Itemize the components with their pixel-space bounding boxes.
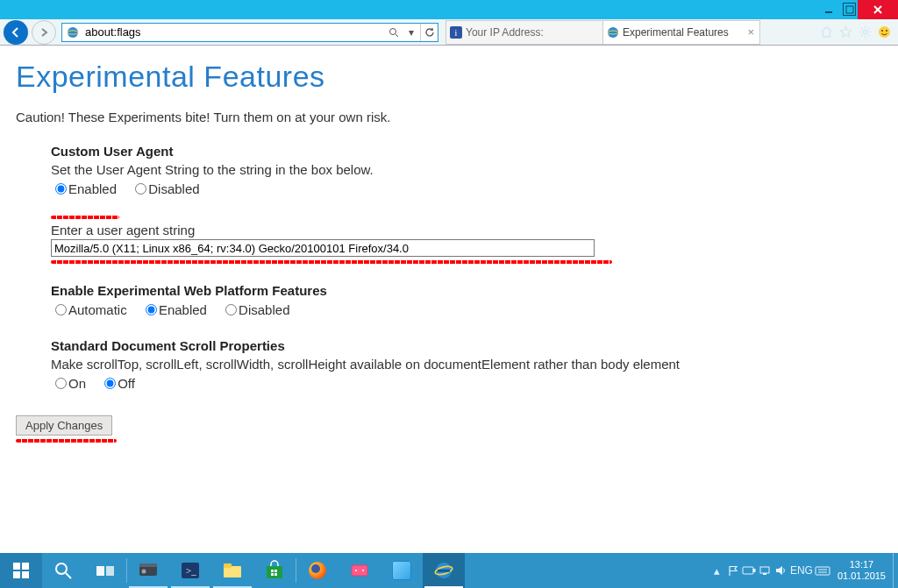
close-button[interactable] (858, 0, 898, 19)
page-heading: Experimental Features (16, 60, 882, 94)
taskbar-item-server-manager[interactable] (127, 553, 169, 588)
ua-prompt: Enter a user agent string (51, 223, 882, 237)
annotation-underline (51, 260, 612, 264)
scroll-off-radio[interactable] (104, 378, 116, 389)
tray-keyboard-icon[interactable] (815, 553, 830, 588)
search-split-icon[interactable] (385, 24, 403, 41)
close-tab-icon[interactable]: × (747, 25, 754, 39)
tab-experimental-features[interactable]: Experimental Features × (602, 20, 760, 45)
maximize-button[interactable] (843, 3, 856, 16)
tray-flag-icon[interactable] (725, 553, 741, 588)
tray-overflow-chevron-icon[interactable]: ▴ (709, 553, 725, 588)
svg-rect-18 (22, 563, 29, 570)
svg-point-15 (881, 30, 883, 32)
ua-disabled-option[interactable]: Disabled (131, 181, 199, 196)
wp-enabled-option[interactable]: Enabled (141, 302, 210, 317)
nav-back-button[interactable] (4, 20, 28, 45)
tray-volume-icon[interactable] (773, 553, 788, 588)
show-desktop-button[interactable] (893, 553, 898, 588)
svg-point-14 (879, 26, 890, 38)
svg-rect-46 (760, 567, 769, 573)
svg-rect-43 (438, 570, 450, 572)
refresh-icon[interactable] (420, 24, 438, 41)
info-icon: i (450, 26, 462, 39)
address-bar[interactable]: ▾ (61, 23, 438, 42)
start-button[interactable] (0, 553, 42, 588)
svg-rect-36 (274, 573, 277, 576)
ie-e-icon (607, 26, 619, 39)
tab-strip: i Your IP Address: Experimental Features… (445, 20, 812, 45)
svg-point-6 (390, 28, 396, 34)
section-desc: Set the User Agent String to the string … (51, 162, 882, 177)
taskbar-item-internet-explorer[interactable] (423, 553, 465, 588)
svg-rect-20 (22, 571, 29, 578)
wp-auto-option[interactable]: Automatic (51, 302, 131, 317)
svg-rect-47 (763, 573, 766, 575)
svg-rect-33 (271, 570, 274, 572)
svg-point-10 (608, 27, 618, 38)
wp-disabled-radio[interactable] (225, 304, 237, 315)
svg-point-40 (362, 570, 364, 571)
taskbar-item-explorer[interactable] (211, 553, 253, 588)
taskbar: >_ ▴ ENG (0, 553, 898, 588)
tab-ip-address[interactable]: i Your IP Address: (445, 20, 603, 45)
tray-network-icon[interactable] (757, 553, 773, 588)
wp-auto-radio[interactable] (55, 304, 67, 315)
minimize-button[interactable] (816, 0, 841, 19)
ua-enabled-option[interactable]: Enabled (51, 181, 120, 196)
annotation-underline (16, 439, 117, 443)
svg-point-16 (886, 30, 887, 32)
apply-changes-button[interactable]: Apply Changes (16, 415, 112, 436)
taskbar-item-generic[interactable] (381, 553, 423, 588)
svg-rect-49 (816, 567, 830, 575)
dropdown-chevron-icon[interactable]: ▾ (403, 24, 420, 41)
svg-rect-1 (846, 6, 853, 13)
clock-date: 01.01.2015 (837, 570, 886, 582)
svg-point-4 (68, 27, 78, 38)
favorites-star-icon[interactable] (838, 25, 852, 39)
taskbar-item-kitty[interactable] (339, 553, 381, 588)
section-title: Standard Document Scroll Properties (51, 338, 882, 353)
smiley-icon[interactable] (877, 25, 891, 39)
wp-enabled-radio[interactable] (146, 304, 157, 315)
annotation-underline (51, 216, 119, 219)
svg-rect-17 (13, 563, 20, 570)
nav-forward-button[interactable] (32, 20, 56, 45)
ua-enabled-radio[interactable] (55, 183, 67, 195)
section-title: Enable Experimental Web Platform Feature… (51, 283, 882, 298)
clock-time: 13:17 (837, 559, 886, 570)
browser-chrome-toolbar: ▾ i Your IP Address: Experimental Featur… (0, 19, 898, 46)
section-title: Custom User Agent (51, 144, 882, 159)
tools-gear-icon[interactable] (858, 25, 872, 39)
ua-disabled-radio[interactable] (135, 183, 146, 195)
ie-site-icon (66, 25, 80, 39)
svg-point-21 (56, 563, 67, 574)
wp-disabled-option[interactable]: Disabled (221, 302, 289, 317)
home-icon[interactable] (819, 25, 833, 39)
scroll-on-option[interactable]: On (51, 376, 89, 391)
svg-point-27 (142, 570, 146, 574)
tab-label: Experimental Features (623, 26, 729, 39)
address-input[interactable] (83, 24, 385, 41)
svg-rect-34 (274, 570, 277, 572)
taskbar-search-button[interactable] (42, 553, 84, 588)
user-agent-input[interactable] (51, 239, 595, 257)
tray-clock[interactable]: 13:17 01.01.2015 (830, 556, 893, 585)
tray-language[interactable]: ENG (788, 553, 815, 588)
scroll-off-option[interactable]: Off (100, 376, 135, 391)
taskbar-item-powershell[interactable]: >_ (169, 553, 211, 588)
tray-battery-icon[interactable] (741, 553, 757, 588)
scroll-on-radio[interactable] (55, 378, 67, 389)
task-view-button[interactable] (84, 553, 126, 588)
browser-command-icons (812, 25, 898, 39)
svg-marker-12 (840, 27, 851, 38)
svg-line-22 (66, 573, 71, 578)
system-tray: ▴ ENG 13:17 01.01.2015 (709, 553, 898, 588)
svg-marker-48 (776, 566, 782, 575)
svg-rect-31 (224, 563, 232, 568)
tab-label: Your IP Address: (466, 26, 544, 39)
taskbar-item-firefox[interactable] (296, 553, 339, 588)
svg-rect-24 (106, 566, 114, 576)
svg-text:i: i (455, 28, 458, 38)
taskbar-item-store[interactable] (253, 553, 296, 588)
